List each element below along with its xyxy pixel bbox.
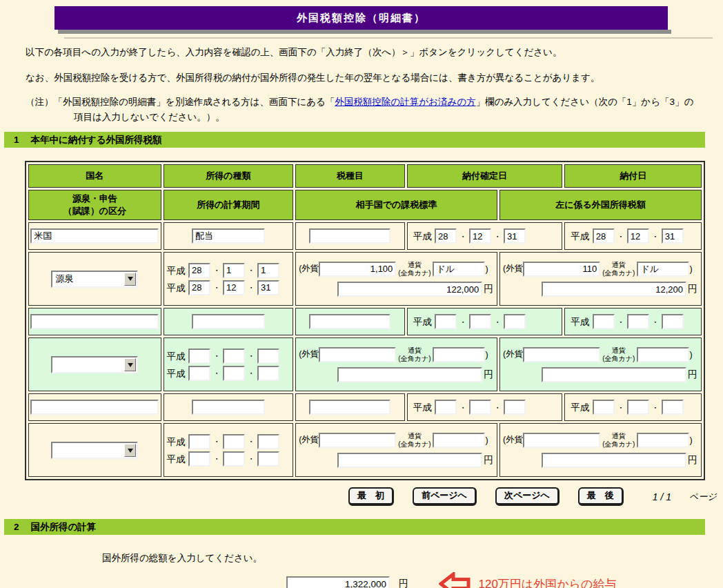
period-to-month-input[interactable]	[223, 366, 245, 381]
base-yen-input[interactable]	[337, 367, 482, 382]
base-foreign-amount-input[interactable]	[319, 433, 396, 448]
period-from-month-input[interactable]	[223, 349, 245, 364]
tax-currency-input[interactable]	[637, 262, 689, 277]
fixed-date-day-input[interactable]	[504, 400, 526, 415]
date-separator: ・	[617, 317, 625, 327]
period-from-year-input[interactable]	[188, 434, 210, 449]
date-separator: ・	[617, 403, 625, 413]
tax-foreign-amount-input[interactable]	[523, 262, 600, 277]
prev-page-button[interactable]: 前ページへ	[413, 487, 477, 506]
fixed-date-month-input[interactable]	[469, 228, 491, 244]
period-to-day-input[interactable]	[257, 451, 279, 467]
pay-date-month-input[interactable]	[627, 314, 649, 329]
done-calculation-link[interactable]: 外国税額控除の計算がお済みの方	[335, 97, 475, 107]
period-from-year-input[interactable]	[188, 349, 210, 364]
period-to-year-input[interactable]	[188, 366, 210, 381]
first-page-button[interactable]: 最 初	[348, 487, 394, 506]
table-entry-3: 平成 ・・ 平成 ・・ 平成 ・・	[28, 393, 702, 477]
period-to-month-input[interactable]	[223, 451, 245, 467]
country-input[interactable]	[30, 400, 159, 415]
base-yen-input[interactable]	[337, 282, 482, 297]
currency-kana-label: 通貨(全角カナ)	[398, 432, 430, 448]
tax-item-input[interactable]	[309, 314, 390, 329]
pay-date-year-input[interactable]	[593, 314, 615, 329]
income-type-input[interactable]	[192, 400, 265, 415]
tax-yen-input[interactable]	[542, 453, 686, 468]
tax-foreign-amount-input[interactable]	[523, 347, 600, 362]
tax-item-input[interactable]	[309, 228, 390, 244]
period-to-day-input[interactable]	[257, 366, 279, 381]
pay-date-month-input[interactable]	[627, 400, 649, 415]
intro-paragraph-2: なお、外国税額控除を受ける方で、外国所得税の納付が国外所得の発生した年の翌年とな…	[26, 72, 723, 84]
next-page-button[interactable]: 次ページへ	[495, 487, 559, 506]
pay-date-year-input[interactable]	[593, 400, 615, 415]
pay-date-year-input[interactable]	[593, 228, 615, 244]
period-to-day-input[interactable]	[257, 280, 279, 295]
note-text-after-link: 」欄のみ入力してください（次の「1」から「3」の	[475, 97, 693, 107]
date-separator: ・	[247, 351, 255, 361]
pay-date-month-input[interactable]	[627, 228, 649, 244]
date-separator: ・	[247, 369, 255, 378]
date-separator: ・	[651, 317, 660, 327]
base-currency-input[interactable]	[433, 347, 485, 362]
era-label: 平成	[413, 317, 432, 327]
base-foreign-amount-input[interactable]	[319, 347, 396, 362]
category-select[interactable]	[51, 442, 138, 459]
dropdown-arrow-icon[interactable]	[124, 358, 136, 371]
close-paren-label: )	[485, 350, 488, 360]
date-separator: ・	[212, 369, 221, 378]
currency-kana-label: 通貨(全角カナ)	[602, 432, 635, 448]
period-from-day-input[interactable]	[257, 263, 279, 278]
dropdown-arrow-icon[interactable]	[124, 444, 136, 457]
period-from-day-input[interactable]	[257, 434, 279, 449]
period-from-day-input[interactable]	[257, 349, 279, 364]
pay-date-day-input[interactable]	[662, 228, 684, 244]
fixed-date-year-input[interactable]	[435, 400, 457, 415]
fixed-date-year-input[interactable]	[435, 228, 457, 244]
dropdown-arrow-icon[interactable]	[124, 273, 136, 286]
col-header-category: 源泉・申告 （賦課）の区分	[28, 190, 161, 220]
fixed-date-day-input[interactable]	[504, 314, 526, 329]
period-to-year-input[interactable]	[188, 451, 210, 467]
yen-label: 円	[484, 283, 493, 295]
foreign-currency-open-label: (外貨	[503, 434, 523, 446]
fixed-date-month-input[interactable]	[469, 400, 491, 415]
category-select[interactable]: 源泉	[51, 271, 138, 288]
page-indicator-label: ページ	[689, 491, 717, 503]
country-input[interactable]	[30, 314, 159, 329]
date-separator: ・	[459, 232, 467, 242]
col-header-period: 所得の計算期間	[164, 190, 294, 220]
base-currency-input[interactable]	[433, 262, 485, 277]
last-page-button[interactable]: 最 後	[578, 487, 624, 506]
tax-item-input[interactable]	[309, 400, 390, 415]
fixed-date-year-input[interactable]	[435, 314, 457, 329]
fixed-date-month-input[interactable]	[469, 314, 491, 329]
table-cell	[295, 308, 404, 335]
base-yen-input[interactable]	[337, 453, 482, 468]
period-from-month-input[interactable]	[223, 263, 245, 278]
income-type-input[interactable]	[192, 228, 265, 244]
period-from-year-input[interactable]	[188, 263, 210, 278]
annotation-text: 120万円は外国からの給与	[479, 576, 617, 588]
fixed-date-day-input[interactable]	[504, 228, 526, 244]
period-to-year-input[interactable]	[188, 280, 210, 295]
base-foreign-amount-input[interactable]	[319, 262, 396, 277]
period-from-month-input[interactable]	[223, 434, 245, 449]
base-currency-input[interactable]	[433, 433, 485, 448]
period-to-month-input[interactable]	[223, 280, 245, 295]
tax-yen-input[interactable]	[542, 367, 686, 382]
country-input[interactable]	[30, 228, 159, 244]
tax-currency-input[interactable]	[637, 347, 689, 362]
col-header-pay-date: 納付日	[564, 164, 702, 188]
income-type-input[interactable]	[192, 314, 265, 329]
category-select[interactable]	[51, 356, 138, 373]
pay-date-day-input[interactable]	[662, 400, 684, 415]
tax-yen-input[interactable]	[542, 282, 686, 297]
tax-currency-input[interactable]	[637, 433, 689, 448]
table-cell: 源泉	[28, 252, 161, 306]
table-cell: (外貨 通貨(全角カナ) ) 円	[295, 337, 497, 391]
tax-foreign-amount-input[interactable]	[523, 433, 600, 448]
pay-date-day-input[interactable]	[662, 314, 684, 329]
foreign-income-total-input[interactable]	[286, 576, 390, 588]
foreign-currency-open-label: (外貨	[299, 434, 319, 446]
